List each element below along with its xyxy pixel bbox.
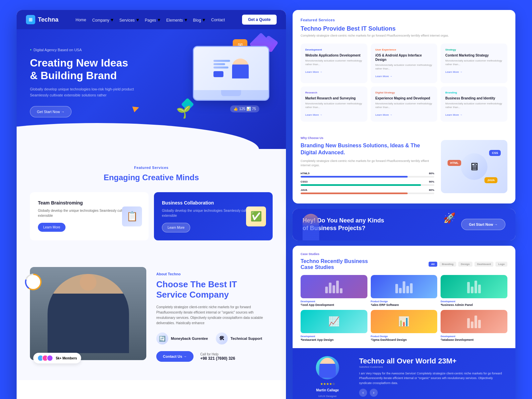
it-item-3-title: Content Marketing Strategy (445, 53, 503, 58)
it-item-4-desc: Monotonectally actualize customer method… (305, 102, 363, 109)
testimonial-role: UI/UX Designer (318, 395, 337, 398)
it-item-1-title: Website Applications Development (305, 53, 363, 58)
services-section: Featured Services Engaging Creative Mind… (17, 149, 286, 254)
next-testimonial-button[interactable]: › (370, 389, 378, 397)
bar-1 (395, 284, 398, 293)
right-panel: Featured Services Techno Provide Best IT… (293, 10, 515, 399)
hero-cta-button[interactable]: Get Start Now → (30, 106, 71, 117)
it-item-5-desc: Monotonectally actualize customer method… (375, 102, 433, 109)
skill-css-fill (301, 184, 421, 186)
moneyback-icon: 🔄 (156, 332, 168, 344)
case-item-3-title: Business Admin Panel (441, 303, 507, 307)
monitor-small-icon: 🖥 (461, 153, 487, 180)
about-section: 5k+ Members About Techno Choose The Best… (17, 254, 286, 380)
why-choose-section: Why Choose Us Branding New Business Solu… (293, 130, 515, 203)
case-item-4: 📈 Development Restaurant App Design (301, 310, 367, 341)
moneyback-label: Moneyback Gurentee (171, 336, 208, 340)
collaboration-icon: ✅ (246, 206, 266, 226)
features-row: 🔄 Moneyback Gurentee 🛠 Technical Support (156, 332, 273, 344)
skill-html-track (301, 176, 434, 178)
why-choose-title: Branding New Business Solutions, Ideas &… (301, 142, 434, 156)
service-card-2-btn[interactable]: Learn More (162, 223, 190, 232)
skill-bars: HTML5 80% CSS3 90% (301, 172, 434, 194)
service-card-1-btn[interactable]: Learn More (38, 223, 66, 232)
why-choose-desc: Completely strategize client-centric nic… (301, 159, 434, 168)
it-item-1-link[interactable]: Learn More → (305, 70, 322, 73)
nav-services[interactable]: Services ▾ (119, 17, 139, 23)
nav-company[interactable]: Company ▾ (92, 17, 113, 23)
case-item-6: Development Database Development (441, 310, 507, 341)
it-item-6-link[interactable]: Learn More → (445, 113, 462, 116)
case-studies-tag: Case Studies (301, 252, 507, 256)
testimonial-name: Martin Callage (316, 388, 339, 392)
skill-java-fill (301, 193, 408, 194)
it-item-3-tag: Strategy (445, 48, 503, 51)
filter-logo[interactable]: Logo (495, 262, 507, 267)
skill-java-pct: 80% (429, 189, 434, 192)
case-studies-header: Techno Recently Business Case Studies Al… (301, 258, 507, 270)
cta-start-button[interactable]: Get Start Now → (461, 219, 505, 230)
contact-button[interactable]: Contact Us → (156, 351, 194, 362)
testimonial-person: ★★★★☆ Martin Callage UI/UX Designer (303, 356, 352, 398)
it-item-3-link[interactable]: Learn More → (445, 70, 462, 73)
filter-dashboard[interactable]: Dashboard (474, 262, 494, 267)
hero-illustration: ✉ (176, 36, 279, 126)
skill-java: JAVA 80% (301, 189, 434, 194)
skill-java-track (301, 193, 434, 194)
members-count: 5k+ Members (56, 356, 77, 360)
hero-section: Digital Agency Based on USA Creating New… (17, 29, 286, 149)
filter-design[interactable]: Design (458, 262, 472, 267)
case-studies-card: Case Studies Techno Recently Business Ca… (293, 246, 515, 399)
case-item-5-tag: Product Design (371, 335, 438, 337)
hero-description: Globally develop unique technologies low… (30, 86, 136, 98)
phone-info: Call for Help +98 321 (7690) 326 (200, 352, 235, 361)
it-item-5-link[interactable]: Learn More → (375, 113, 392, 116)
bar-2 (399, 288, 402, 293)
about-description: Completely strategize client-centric nic… (156, 305, 273, 326)
case-studies-section: Case Studies Techno Recently Business Ca… (293, 246, 515, 348)
nav-blog[interactable]: Blog ▾ (193, 17, 205, 23)
case-thumb-4: 📈 (301, 310, 367, 333)
filter-all[interactable]: All (429, 262, 437, 267)
logo-icon: ⊞ (26, 15, 35, 24)
thumb-chart-1 (325, 280, 342, 293)
it-solutions-tag: Featured Services (301, 18, 507, 22)
it-item-1: Development Website Applications Develop… (301, 44, 367, 83)
html-badge: HTML (448, 160, 461, 166)
skill-html: HTML5 80% (301, 172, 434, 178)
case-thumb-1 (301, 275, 367, 298)
rocket-deco: 🚀 (443, 212, 456, 224)
get-quote-button[interactable]: Get a Quote (242, 15, 277, 25)
case-item-2-tag: Product Design (371, 300, 438, 303)
brand-name: Techna (38, 16, 59, 23)
plant-deco: 🌱 (176, 105, 191, 119)
page-wrapper: ⊞ Techna Home Company ▾ Services ▾ Pages… (17, 10, 515, 399)
case-item-5: 📊 Product Design Figma Dashboard Design (371, 310, 438, 341)
thumb-chart-6 (467, 315, 481, 328)
it-solutions-desc: Completely strategize client-centric nic… (301, 34, 507, 38)
left-panel: ⊞ Techna Home Company ▾ Services ▾ Pages… (17, 10, 286, 399)
it-item-4-link[interactable]: Learn More → (305, 113, 322, 116)
nav-pages[interactable]: Pages ▾ (145, 17, 160, 23)
it-item-2-link[interactable]: Learn More → (375, 75, 392, 78)
nav-home[interactable]: Home (75, 17, 86, 23)
case-item-4-tag: Development (301, 335, 367, 337)
nav-elements[interactable]: Elements ▾ (166, 17, 187, 23)
why-choose-tag: Why Choose Us (301, 136, 434, 140)
prev-testimonial-button[interactable]: ‹ (359, 389, 367, 397)
why-choose-content: Why Choose Us Branding New Business Solu… (301, 136, 434, 197)
testimonial-rating: ★★★★☆ (320, 382, 335, 386)
skill-css: CSS3 90% (301, 180, 434, 186)
bar-5 (340, 288, 342, 293)
monitor-illustration (193, 46, 269, 101)
nav-contact[interactable]: Contact (211, 17, 225, 23)
cta-banner-card: Hey! Do You Need any Kinds of Business P… (293, 209, 515, 240)
service-card-2-title: Business Collaboration (162, 200, 265, 205)
avatar-3 (47, 355, 53, 361)
filter-branding[interactable]: Branding (439, 262, 456, 267)
it-item-3: Strategy Content Marketing Strategy Mono… (441, 44, 507, 83)
services-tag: Featured Services (30, 166, 273, 170)
it-item-4-tag: Research (305, 91, 363, 94)
skill-css-label: CSS3 (301, 180, 308, 183)
brand-logo[interactable]: ⊞ Techna (26, 15, 59, 24)
